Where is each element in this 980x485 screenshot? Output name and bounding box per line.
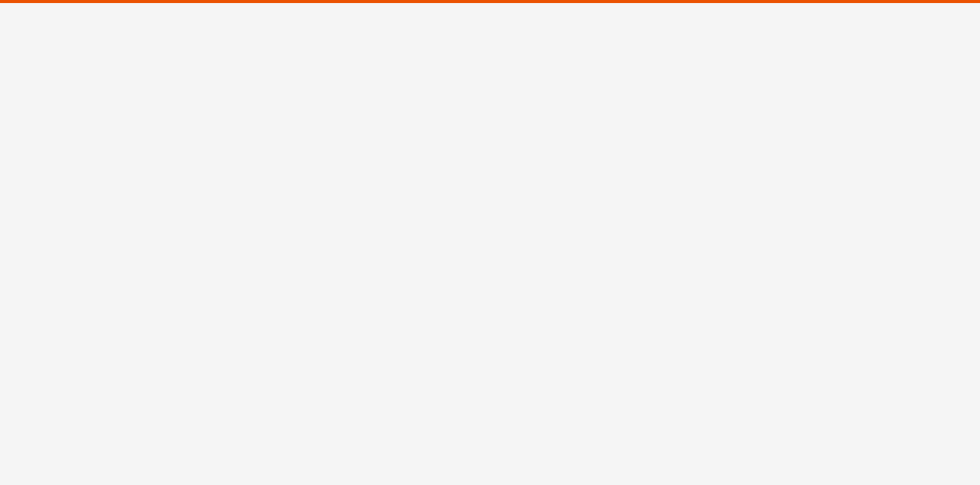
top-accent-bar — [0, 0, 980, 3]
